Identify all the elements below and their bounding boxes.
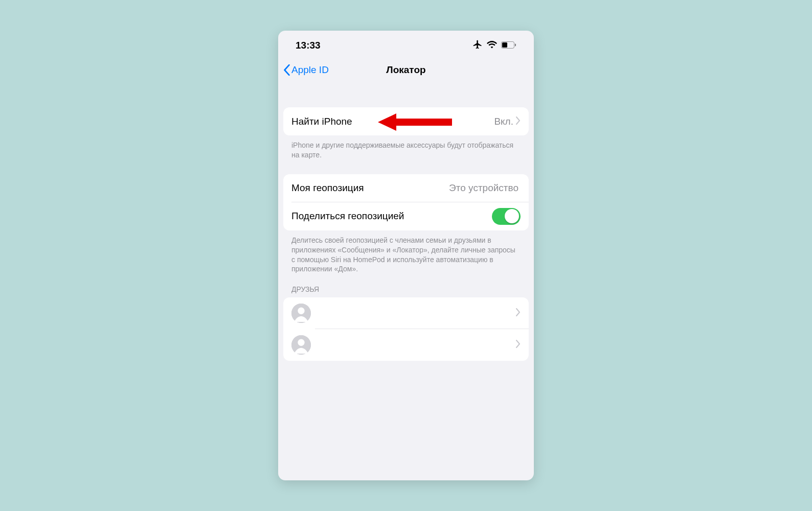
nav-header: Apple ID Локатор: [278, 57, 534, 83]
phone-frame: 13:33 Apple ID Локатор Найти iPhone Вк: [278, 31, 534, 480]
svg-point-4: [298, 308, 304, 314]
my-location-value: Это устройство: [449, 182, 518, 194]
svg-point-6: [298, 339, 304, 346]
wifi-icon: [487, 40, 497, 51]
battery-icon: [501, 40, 516, 51]
find-iphone-card: Найти iPhone Вкл.: [283, 107, 529, 135]
find-iphone-value: Вкл.: [494, 116, 513, 127]
friend-row[interactable]: [283, 329, 529, 361]
my-location-label: Моя геопозиция: [291, 182, 449, 194]
svg-rect-1: [502, 42, 507, 48]
find-iphone-label: Найти iPhone: [291, 116, 494, 127]
avatar-icon: [291, 304, 311, 323]
svg-rect-2: [515, 44, 516, 47]
geo-footer: Делитесь своей геопозицией с членами сем…: [283, 230, 529, 274]
share-location-toggle[interactable]: [492, 208, 521, 225]
chevron-left-icon: [283, 64, 290, 76]
find-iphone-footer: iPhone и другие поддерживаемые аксессуар…: [283, 135, 529, 160]
nav-title: Локатор: [386, 64, 425, 76]
airplane-icon: [472, 39, 483, 52]
status-time: 13:33: [296, 40, 321, 51]
friends-header: ДРУЗЬЯ: [283, 274, 529, 297]
my-location-row[interactable]: Моя геопозиция Это устройство: [283, 174, 529, 202]
chevron-right-icon: [515, 308, 521, 318]
back-button[interactable]: Apple ID: [283, 64, 329, 76]
chevron-right-icon: [515, 116, 521, 127]
friend-row[interactable]: [283, 297, 529, 329]
geo-card: Моя геопозиция Это устройство Поделиться…: [283, 174, 529, 230]
status-bar: 13:33: [278, 31, 534, 57]
share-location-row: Поделиться геопозицией: [283, 202, 529, 230]
share-location-label: Поделиться геопозицией: [291, 211, 492, 222]
chevron-right-icon: [515, 340, 521, 350]
avatar-icon: [291, 335, 311, 355]
find-iphone-row[interactable]: Найти iPhone Вкл.: [283, 107, 529, 135]
status-icons: [472, 39, 516, 52]
friends-card: [283, 297, 529, 361]
back-label: Apple ID: [291, 64, 329, 76]
